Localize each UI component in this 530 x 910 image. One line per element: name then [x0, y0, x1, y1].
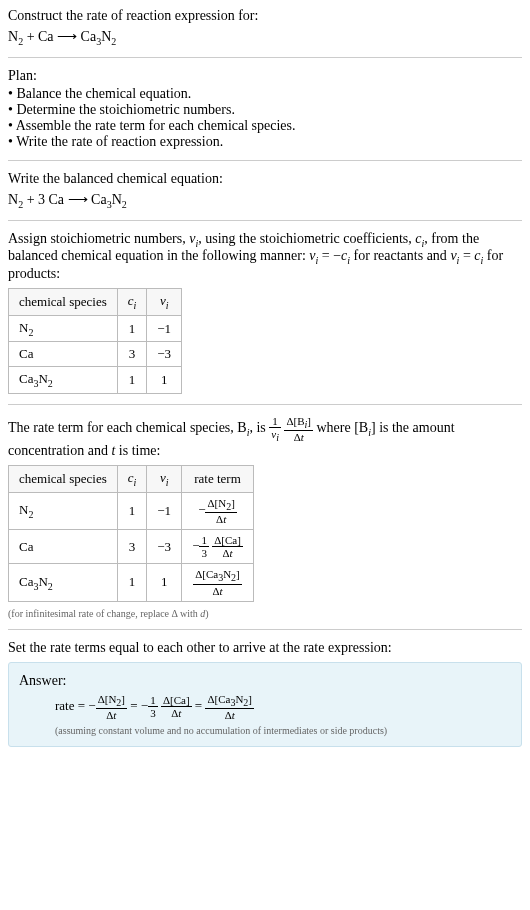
cell-rate: Δ[Ca3N2]Δt	[182, 564, 254, 601]
plan-item: Balance the chemical equation.	[8, 86, 522, 102]
cell-rate: −Δ[N2]Δt	[182, 492, 254, 529]
plan-item: Write the rate of reaction expression.	[8, 134, 522, 150]
plan: Plan: Balance the chemical equation. Det…	[8, 68, 522, 150]
rateterm: The rate term for each chemical species,…	[8, 415, 522, 619]
divider	[8, 57, 522, 58]
divider	[8, 220, 522, 221]
cell-species: Ca	[9, 530, 118, 564]
col-ci: ci	[117, 466, 147, 493]
col-rate: rate term	[182, 466, 254, 493]
col-species: chemical species	[9, 466, 118, 493]
answer-box: Answer: rate = −Δ[N2]Δt = −13 Δ[Ca]Δt = …	[8, 662, 522, 747]
col-species: chemical species	[9, 289, 118, 316]
answer-note: (assuming constant volume and no accumul…	[19, 725, 511, 736]
cell-v: −1	[147, 315, 182, 342]
balanced-equation: N2 + 3 Ca ⟶ Ca3N2	[8, 191, 522, 210]
final: Set the rate terms equal to each other t…	[8, 640, 522, 747]
stoich-table: chemical species ci νi N2 1 −1 Ca 3 −3 C…	[8, 288, 182, 394]
table-header-row: chemical species ci νi	[9, 289, 182, 316]
intro: Construct the rate of reaction expressio…	[8, 8, 522, 47]
cell-v: 1	[147, 564, 182, 601]
final-label: Set the rate terms equal to each other t…	[8, 640, 522, 656]
table-row: Ca 3 −3 −13 Δ[Ca]Δt	[9, 530, 254, 564]
plan-item: Assemble the rate term for each chemical…	[8, 118, 522, 134]
balanced: Write the balanced chemical equation: N2…	[8, 171, 522, 210]
table-row: Ca3N2 1 1	[9, 367, 182, 394]
col-vi: νi	[147, 289, 182, 316]
table-row: Ca 3 −3	[9, 342, 182, 367]
divider	[8, 629, 522, 630]
cell-species: Ca3N2	[9, 367, 118, 394]
assign: Assign stoichiometric numbers, νi, using…	[8, 231, 522, 394]
rateterm-text: The rate term for each chemical species,…	[8, 415, 522, 459]
cell-species: Ca3N2	[9, 564, 118, 601]
cell-c: 3	[117, 342, 147, 367]
plan-list: Balance the chemical equation. Determine…	[8, 86, 522, 150]
cell-v: 1	[147, 367, 182, 394]
cell-c: 1	[117, 564, 147, 601]
answer-body: rate = −Δ[N2]Δt = −13 Δ[Ca]Δt = Δ[Ca3N2]…	[19, 693, 511, 721]
cell-c: 1	[117, 492, 147, 529]
cell-rate: −13 Δ[Ca]Δt	[182, 530, 254, 564]
cell-c: 1	[117, 367, 147, 394]
table-row: Ca3N2 1 1 Δ[Ca3N2]Δt	[9, 564, 254, 601]
cell-species: N2	[9, 492, 118, 529]
balanced-label: Write the balanced chemical equation:	[8, 171, 522, 187]
cell-c: 3	[117, 530, 147, 564]
answer-label: Answer:	[19, 673, 511, 689]
cell-v: −3	[147, 530, 182, 564]
divider	[8, 404, 522, 405]
divider	[8, 160, 522, 161]
plan-item: Determine the stoichiometric numbers.	[8, 102, 522, 118]
col-ci: ci	[117, 289, 147, 316]
plan-label: Plan:	[8, 68, 522, 84]
cell-species: Ca	[9, 342, 118, 367]
table-row: N2 1 −1	[9, 315, 182, 342]
intro-text: Construct the rate of reaction expressio…	[8, 8, 522, 24]
table-row: N2 1 −1 −Δ[N2]Δt	[9, 492, 254, 529]
col-vi: νi	[147, 466, 182, 493]
cell-v: −3	[147, 342, 182, 367]
cell-v: −1	[147, 492, 182, 529]
table-header-row: chemical species ci νi rate term	[9, 466, 254, 493]
assign-text: Assign stoichiometric numbers, νi, using…	[8, 231, 522, 283]
rate-table: chemical species ci νi rate term N2 1 −1…	[8, 465, 254, 601]
cell-species: N2	[9, 315, 118, 342]
intro-equation: N2 + Ca ⟶ Ca3N2	[8, 28, 522, 47]
rate-table-note: (for infinitesimal rate of change, repla…	[8, 608, 522, 619]
cell-c: 1	[117, 315, 147, 342]
